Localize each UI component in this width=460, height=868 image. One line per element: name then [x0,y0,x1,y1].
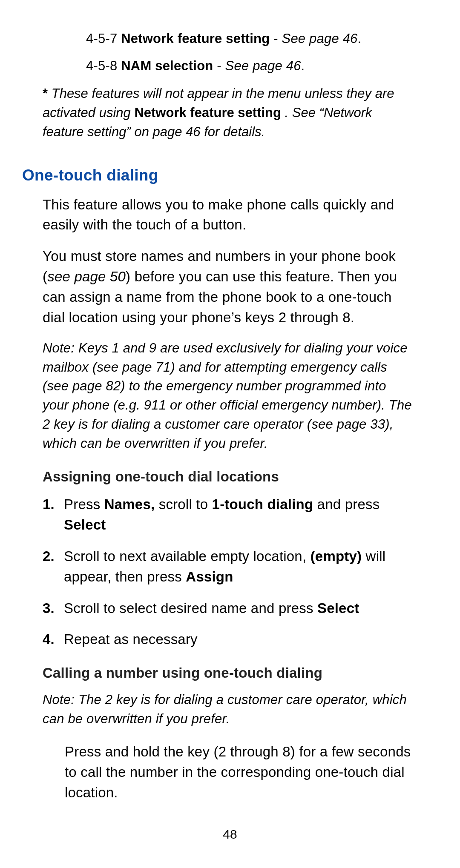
menu-code: 4-5-8 [86,58,117,73]
intro-paragraph-1: This feature allows you to make phone ca… [43,195,413,235]
menu-code: 4-5-7 [86,31,117,46]
step-number: 1. [43,494,64,535]
separator: - [217,58,225,73]
step-number: 2. [43,546,64,587]
step-4: 4. Repeat as necessary [43,629,413,650]
menu-title: NAM selection [121,58,213,73]
intro-paragraph-2: You must store names and numbers in your… [43,246,413,327]
step-text: Repeat as necessary [64,629,413,650]
note-key-2: Note: The 2 key is for dialing a custome… [43,690,413,729]
footnote-bold: Network feature setting [134,105,281,120]
menu-see: See page 46 [225,58,301,73]
step-text: Press Names, scroll to 1-touch dialing a… [64,494,413,535]
step-3: 3. Scroll to select desired name and pre… [43,598,413,619]
menu-see: See page 46 [282,31,358,46]
step-2: 2. Scroll to next available empty locati… [43,546,413,587]
section-heading-one-touch: One-touch dialing [22,166,413,184]
intro2-ital: see page 50 [47,269,126,284]
menu-title: Network feature setting [121,31,270,46]
menu-item-nam-selection: 4-5-8 NAM selection - See page 46. [86,57,413,75]
step-number: 4. [43,629,64,650]
subheading-calling: Calling a number using one-touch dialing [43,665,413,681]
page-number: 48 [0,827,460,842]
step-text: Scroll to next available empty location,… [64,546,413,587]
calling-instructions: Press and hold the key (2 through 8) for… [65,742,413,803]
footnote-star: * [43,86,48,101]
menu-item-network-feature: 4-5-7 Network feature setting - See page… [86,30,413,48]
note-keys-1-9: Note: Keys 1 and 9 are used exclusively … [43,339,413,454]
steps-list: 1. Press Names, scroll to 1-touch dialin… [43,494,413,650]
step-number: 3. [43,598,64,619]
subheading-assigning: Assigning one-touch dial locations [43,469,413,485]
separator: - [273,31,282,46]
footnote: * These features will not appear in the … [43,84,413,142]
step-1: 1. Press Names, scroll to 1-touch dialin… [43,494,413,535]
manual-page: 4-5-7 Network feature setting - See page… [0,0,460,868]
step-text: Scroll to select desired name and press … [64,598,413,619]
